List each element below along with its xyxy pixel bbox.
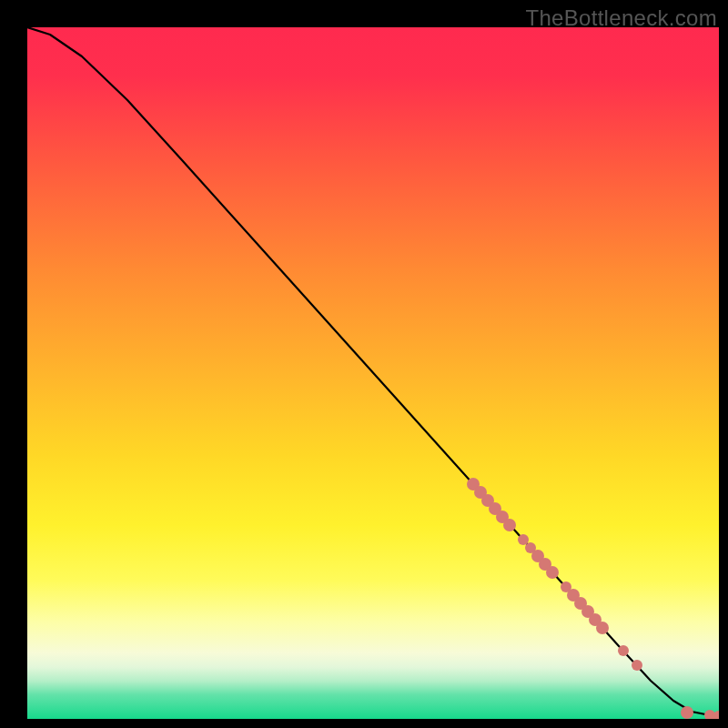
- data-marker: [596, 622, 609, 634]
- data-marker: [518, 534, 529, 545]
- chart-root: TheBottleneck.com: [0, 0, 728, 728]
- watermark-label: TheBottleneck.com: [525, 5, 717, 31]
- data-marker: [632, 660, 642, 671]
- data-marker: [681, 706, 693, 719]
- data-marker: [503, 519, 516, 531]
- data-marker: [546, 566, 559, 579]
- data-marker: [618, 645, 629, 656]
- bottleneck-chart: [0, 0, 728, 728]
